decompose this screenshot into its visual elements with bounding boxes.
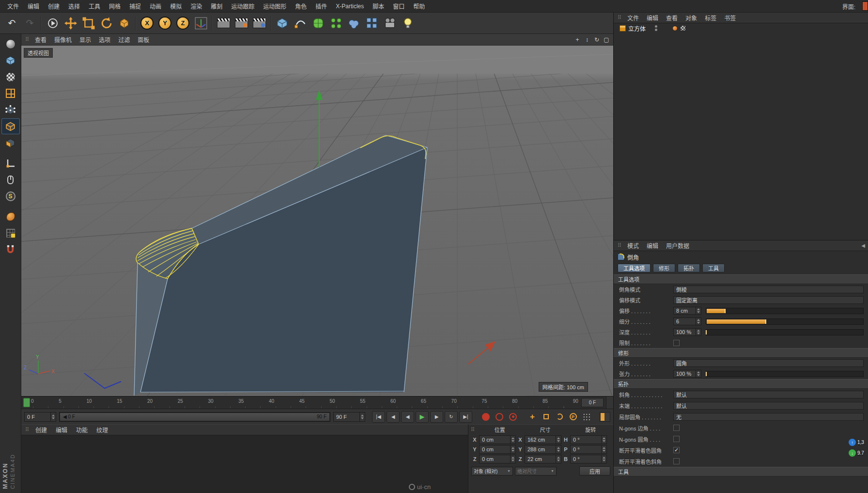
section-shaping[interactable]: 修形 — [614, 348, 868, 358]
menubar-item-4[interactable]: 工具 — [84, 2, 105, 10]
viewport-canvas[interactable]: Y X Z — [21, 46, 613, 396]
drag-grip-icon[interactable]: ⠿ — [470, 427, 475, 433]
viewport-nav-icon-2[interactable]: ↻ — [592, 35, 602, 44]
transport-button-0[interactable]: |◀ — [372, 411, 385, 423]
selection-tag-icon[interactable] — [672, 26, 678, 31]
materials-menu-item-3[interactable]: 纹理 — [92, 426, 112, 434]
frame-range-slider[interactable]: ◀ 0 F 90 F — [59, 412, 330, 422]
limit-checkbox[interactable] — [673, 340, 680, 346]
viewport-menu-item-4[interactable]: 过滤 — [114, 35, 134, 44]
section-tool[interactable]: 工具 — [614, 467, 868, 477]
frame-range-bar[interactable]: ◀ 0 F 90 F — [60, 413, 329, 421]
break-phong-round-checkbox[interactable] — [673, 447, 680, 453]
miter-select[interactable]: 默认 — [673, 391, 864, 398]
timeline-ruler[interactable]: 051015202530354045505560657075808590 0 F — [21, 396, 613, 409]
bevel-mode-select[interactable]: 倒棱 — [673, 286, 864, 293]
instance-button[interactable] — [363, 14, 381, 32]
visibility-dots[interactable] — [655, 25, 657, 31]
break-phong-miter-checkbox[interactable] — [673, 458, 680, 464]
transport-button-2[interactable]: ◀ — [401, 411, 414, 423]
subdivision-slider[interactable] — [706, 318, 864, 325]
menubar-item-7[interactable]: 动画 — [145, 2, 166, 10]
om-menu-item-4[interactable]: 标签 — [701, 14, 720, 22]
offset-slider[interactable] — [706, 308, 864, 314]
edges-mode-button[interactable] — [1, 118, 20, 134]
apply-button[interactable]: 应用 — [579, 466, 610, 476]
menubar-item-3[interactable]: 选择 — [64, 2, 84, 10]
menubar-item-1[interactable]: 编辑 — [23, 2, 44, 10]
viewport-nav-icon-0[interactable]: + — [573, 35, 582, 44]
menubar-item-15[interactable]: X-Particles — [331, 3, 368, 10]
transport-button-4[interactable]: ▶ — [430, 411, 443, 423]
drag-grip-icon[interactable]: ⠿ — [618, 242, 621, 249]
menubar-item-14[interactable]: 插件 — [311, 2, 331, 10]
rotation-h-field[interactable]: 0 ° — [570, 435, 607, 444]
quantize-button[interactable] — [1, 241, 20, 257]
menubar-item-17[interactable]: 窗口 — [388, 2, 409, 10]
position-y-field[interactable]: 0 cm — [479, 445, 516, 454]
menubar-item-0[interactable]: 文件 — [3, 2, 23, 10]
texture-mode-button[interactable] — [1, 69, 20, 85]
object-manager[interactable]: 立方体 — [614, 23, 868, 240]
paint-setup-button[interactable] — [1, 208, 20, 224]
drag-grip-icon[interactable]: ⠿ — [25, 427, 29, 433]
lock-z-axis-button[interactable]: Z — [174, 14, 192, 32]
render-view-button[interactable] — [215, 14, 232, 32]
viewport-menu-item-5[interactable]: 面板 — [134, 35, 153, 44]
subdivision-field[interactable]: 6 — [673, 318, 701, 325]
make-editable-button[interactable] — [1, 36, 20, 52]
materials-menu-item-0[interactable]: 创建 — [31, 426, 51, 434]
coordinate-mode-select[interactable]: 对象 (相对)▼ — [471, 467, 513, 476]
rotation-b-field[interactable]: 0 ° — [570, 455, 607, 463]
viewport-menu-item-0[interactable]: 查看 — [31, 35, 50, 44]
transport-button-6[interactable]: ▶| — [459, 411, 472, 423]
om-menu-item-5[interactable]: 书签 — [720, 14, 740, 22]
menubar-item-11[interactable]: 运动跟踪 — [227, 2, 259, 10]
menubar-item-9[interactable]: 渲染 — [186, 2, 206, 10]
am-menu-item-2[interactable]: 用户数据 — [662, 241, 693, 250]
rotation-p-field[interactable]: 0 ° — [570, 445, 607, 454]
tension-slider[interactable] — [706, 371, 864, 377]
size-x-field[interactable]: 162 cm — [525, 435, 561, 444]
ends-select[interactable]: 默认 — [673, 402, 864, 410]
render-settings-button[interactable] — [250, 14, 268, 32]
live-selection-tool[interactable] — [44, 14, 62, 32]
depth-field[interactable]: 100 % — [673, 328, 701, 336]
om-menu-item-3[interactable]: 对象 — [682, 14, 701, 22]
menubar-item-10[interactable]: 雕刻 — [206, 2, 227, 10]
viewport-menu-item-2[interactable]: 显示 — [76, 35, 95, 44]
end-frame-spinner[interactable] — [359, 413, 365, 421]
undo-button[interactable]: ↶ — [3, 14, 21, 32]
size-z-field[interactable]: 22 cm — [525, 455, 561, 463]
workplane-mode-button[interactable] — [1, 85, 20, 101]
perspective-viewport[interactable]: ⠿ 查看摄像机显示选项过滤面板 +↕↻▢ 透视视图 网格间距: 100 cm — [21, 34, 613, 396]
snap-toggle-button[interactable]: S — [1, 188, 20, 204]
timeline-layout-button[interactable] — [600, 412, 610, 422]
offset-field[interactable]: 8 cm — [673, 307, 701, 315]
partial-rounding-select[interactable]: 无 — [673, 413, 864, 421]
om-menu-item-2[interactable]: 查看 — [662, 14, 682, 22]
key-parameter-toggle[interactable]: P — [567, 412, 579, 422]
key-scale-toggle[interactable] — [540, 412, 552, 422]
subdivision-surface-button[interactable] — [309, 14, 327, 32]
menubar-item-13[interactable]: 角色 — [291, 2, 311, 10]
viewport-nav-icon-3[interactable]: ▢ — [602, 35, 611, 44]
section-topology[interactable]: 拓扑 — [614, 379, 868, 389]
camera-button[interactable] — [381, 14, 399, 32]
materials-menu-item-2[interactable]: 功能 — [72, 426, 92, 434]
menubar-item-12[interactable]: 运动图形 — [259, 2, 291, 10]
lock-y-axis-button[interactable]: Y — [156, 14, 174, 32]
tab-shaping[interactable]: 修形 — [653, 264, 675, 272]
shape-select[interactable]: 圆角 — [673, 359, 864, 367]
tab-topology[interactable]: 拓扑 — [678, 264, 700, 272]
tension-field[interactable]: 100 % — [673, 370, 701, 378]
drag-grip-icon[interactable]: ⠿ — [618, 15, 621, 21]
menubar-item-18[interactable]: 帮助 — [409, 2, 429, 10]
tab-tool[interactable]: 工具 — [702, 264, 725, 272]
menubar-item-2[interactable]: 创建 — [44, 2, 64, 10]
spline-pen-button[interactable] — [291, 14, 309, 32]
viewport-menu-item-1[interactable]: 摄像机 — [50, 35, 76, 44]
transport-button-1[interactable]: ◀ — [387, 411, 400, 423]
polygons-mode-button[interactable] — [1, 135, 20, 151]
transport-button-5[interactable]: ↻ — [445, 411, 458, 423]
